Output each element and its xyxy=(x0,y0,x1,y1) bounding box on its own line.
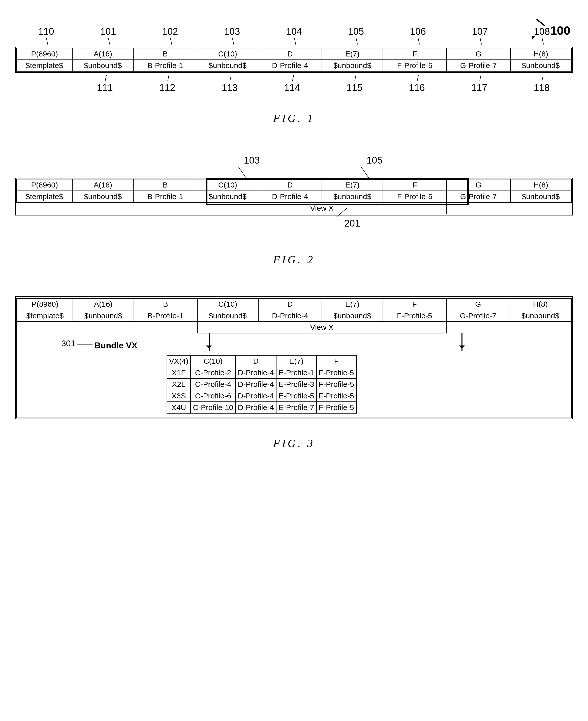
bundle-hdr: D xyxy=(235,355,276,367)
ref-num: 112 xyxy=(136,81,198,94)
ref-num: 116 xyxy=(385,81,448,94)
bundle-hdr: VX(4) xyxy=(167,355,191,367)
val-cell: D-Profile-4 xyxy=(258,60,322,71)
val-cell: B-Profile-1 xyxy=(134,310,197,322)
val-cell: $unbound$ xyxy=(197,60,258,71)
template-table: P(8960) A(16) B C(10) D E(7) F G H(8) $t… xyxy=(16,48,572,71)
bundle-cell: X1F xyxy=(167,367,191,379)
val-cell: $unbound$ xyxy=(322,191,383,203)
bundle-row: X3S C-Profile-6 D-Profile-4 E-Profile-5 … xyxy=(167,390,356,402)
top-ref-row: 110 101 102 103 104 105 106 107 108 xyxy=(15,25,573,38)
bundle-hdr: C(10) xyxy=(191,355,235,367)
hdr-cell: C(10) xyxy=(197,298,258,310)
bundle-cell: D-Profile-4 xyxy=(235,390,276,402)
val-cell: $unbound$ xyxy=(72,60,133,71)
val-cell: G-Profile-7 xyxy=(447,191,510,203)
bundle-cell: F-Profile-5 xyxy=(317,390,356,402)
hdr-cell: P(8960) xyxy=(17,48,72,60)
figure-caption: FIG. 2 xyxy=(15,253,573,266)
ref-num: 104 xyxy=(263,25,325,38)
ref-105: 105 xyxy=(366,155,382,166)
bundle-cell: X3S xyxy=(167,390,191,402)
bundle-cell: X2L xyxy=(167,379,191,390)
header-row: P(8960) A(16) B C(10) D E(7) F G H(8) xyxy=(17,298,571,310)
down-arrow-icon xyxy=(209,333,210,351)
hdr-cell: P(8960) xyxy=(17,298,73,310)
bundle-vx-label: Bundle VX xyxy=(94,340,138,350)
ref-num: 106 xyxy=(387,25,449,38)
bottom-ref-row: 111 112 113 114 115 116 117 118 xyxy=(15,81,573,94)
val-cell: $unbound$ xyxy=(510,310,571,322)
val-cell: $unbound$ xyxy=(510,191,571,203)
hdr-cell: E(7) xyxy=(322,179,383,191)
bundle-cell: E-Profile-1 xyxy=(276,367,317,379)
val-cell: $unbound$ xyxy=(197,191,258,203)
value-row: $template$ $unbound$ B-Profile-1 $unboun… xyxy=(17,310,571,322)
figure-caption: FIG. 3 xyxy=(15,437,573,450)
bundle-row: X4U C-Profile-10 D-Profile-4 E-Profile-7… xyxy=(167,402,356,413)
bundle-cell: D-Profile-4 xyxy=(235,379,276,390)
val-cell: D-Profile-4 xyxy=(258,310,322,322)
bundle-cell: E-Profile-7 xyxy=(276,402,317,413)
val-cell: B-Profile-1 xyxy=(133,60,197,71)
bundle-hdr: F xyxy=(317,355,356,367)
hdr-cell: A(16) xyxy=(72,179,133,191)
figure-2: 103 105 P(8960) A(16) B C(10) D E(7) xyxy=(15,155,573,266)
val-cell: F-Profile-5 xyxy=(383,191,447,203)
hdr-cell: D xyxy=(258,179,322,191)
ref-num: 108 xyxy=(511,25,573,38)
val-cell: $unbound$ xyxy=(197,310,258,322)
hdr-cell: F xyxy=(383,298,446,310)
ref-num: 111 xyxy=(74,81,136,94)
val-cell: $template$ xyxy=(17,310,73,322)
hdr-cell: D xyxy=(258,298,322,310)
ref-num: 105 xyxy=(325,25,387,38)
ref-num: 101 xyxy=(77,25,139,38)
header-row: P(8960) A(16) B C(10) D E(7) F G H(8) xyxy=(17,48,571,60)
val-cell: $template$ xyxy=(17,60,72,71)
ref-201: 201 xyxy=(344,218,360,229)
viewx-row: View X xyxy=(17,322,571,333)
ref-num: 115 xyxy=(323,81,386,94)
template-table-wrap: P(8960) A(16) B C(10) D E(7) F G H(8) $t… xyxy=(15,47,573,73)
figure-caption: FIG. 1 xyxy=(15,112,573,125)
hdr-cell: B xyxy=(133,48,197,60)
view-x-cell: View X xyxy=(197,203,447,214)
ref-num: 113 xyxy=(198,81,261,94)
hdr-cell: G xyxy=(447,179,510,191)
hdr-cell: G xyxy=(446,298,510,310)
hdr-cell: E(7) xyxy=(322,48,383,60)
hdr-cell: F xyxy=(383,179,447,191)
bundle-cell: F-Profile-5 xyxy=(317,367,356,379)
hdr-cell: G xyxy=(447,48,510,60)
hdr-cell: E(7) xyxy=(322,298,383,310)
val-cell: F-Profile-5 xyxy=(383,310,446,322)
template-table: P(8960) A(16) B C(10) D E(7) F G H(8) $t… xyxy=(16,179,572,214)
ref-num: 107 xyxy=(449,25,511,38)
figure-3-panel: P(8960) A(16) B C(10) D E(7) F G H(8) $t… xyxy=(15,296,573,419)
ref-103: 103 xyxy=(244,155,259,166)
bundle-header-row: VX(4) C(10) D E(7) F xyxy=(167,355,356,367)
bundle-row: X2L C-Profile-4 D-Profile-4 E-Profile-3 … xyxy=(167,379,356,390)
value-row: $template$ $unbound$ B-Profile-1 $unboun… xyxy=(17,60,571,71)
bundle-cell: C-Profile-10 xyxy=(191,402,235,413)
hdr-cell: C(10) xyxy=(197,179,258,191)
bundle-cell: C-Profile-4 xyxy=(191,379,235,390)
ref-num: 110 xyxy=(15,25,77,38)
figure-1: 100 110 101 102 103 104 105 106 107 108 … xyxy=(15,25,573,125)
value-row: $template$ $unbound$ B-Profile-1 $unboun… xyxy=(17,191,571,203)
bundle-cell: D-Profile-4 xyxy=(235,402,276,413)
hdr-cell: A(16) xyxy=(72,48,133,60)
val-cell: $unbound$ xyxy=(322,310,383,322)
ref-num: 118 xyxy=(510,81,573,94)
header-row: P(8960) A(16) B C(10) D E(7) F G H(8) xyxy=(17,179,571,191)
val-cell: $template$ xyxy=(17,191,72,203)
bundle-cell: D-Profile-4 xyxy=(235,367,276,379)
hdr-cell: F xyxy=(383,48,447,60)
bundle-cell: E-Profile-3 xyxy=(276,379,317,390)
val-cell: $unbound$ xyxy=(73,310,134,322)
bundle-cell: F-Profile-5 xyxy=(317,402,356,413)
val-cell: $unbound$ xyxy=(72,191,133,203)
hdr-cell: P(8960) xyxy=(17,179,72,191)
ref-num: 114 xyxy=(261,81,323,94)
